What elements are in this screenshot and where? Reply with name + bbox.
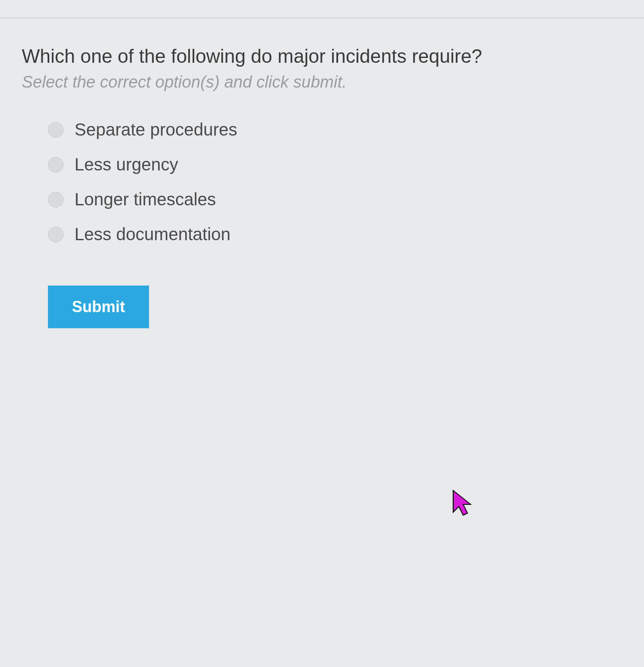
- cursor-icon: [451, 488, 477, 525]
- radio-icon: [48, 122, 64, 138]
- quiz-content: Which one of the following do major inci…: [0, 0, 644, 328]
- option-label: Less urgency: [75, 155, 178, 174]
- option-label: Less documentation: [75, 225, 230, 244]
- question-text: Which one of the following do major inci…: [22, 44, 622, 68]
- submit-button[interactable]: Submit: [48, 286, 149, 328]
- radio-icon: [48, 157, 64, 173]
- option-separate-procedures[interactable]: Separate procedures: [48, 120, 622, 140]
- instruction-text: Select the correct option(s) and click s…: [22, 73, 622, 92]
- option-longer-timescales[interactable]: Longer timescales: [48, 190, 622, 209]
- radio-icon: [48, 192, 64, 208]
- options-group: Separate procedures Less urgency Longer …: [22, 120, 622, 244]
- option-less-urgency[interactable]: Less urgency: [48, 155, 622, 174]
- option-less-documentation[interactable]: Less documentation: [48, 225, 622, 244]
- radio-icon: [48, 227, 64, 242]
- option-label: Longer timescales: [75, 190, 216, 209]
- divider: [0, 17, 644, 18]
- option-label: Separate procedures: [75, 120, 237, 140]
